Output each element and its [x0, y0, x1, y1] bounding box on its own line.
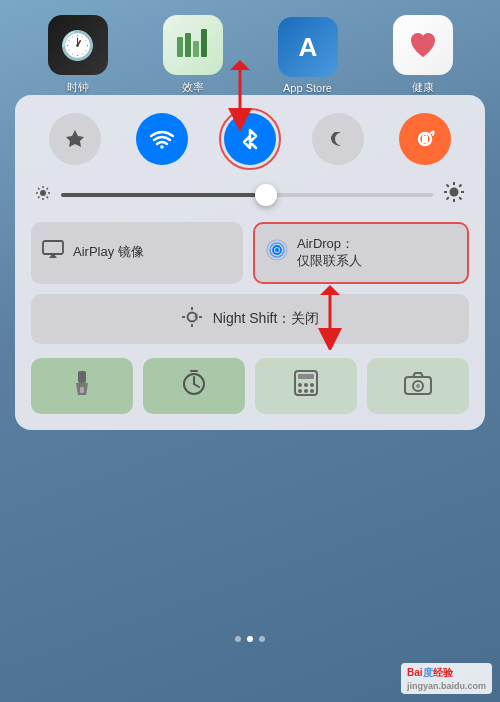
- airplay-airdrop-row: AirPlay 镜像 AirDrop：仅限联系人: [31, 222, 469, 284]
- svg-rect-1: [185, 33, 191, 57]
- control-center-panel: AirPlay 镜像 AirDrop：仅限联系人: [15, 95, 485, 430]
- svg-line-17: [38, 197, 40, 199]
- svg-point-18: [450, 188, 459, 197]
- airplay-button[interactable]: AirPlay 镜像: [31, 222, 243, 284]
- watermark-url: jingyan.baidu.com: [407, 681, 486, 691]
- health-app-icon: [393, 15, 453, 75]
- wifi-button[interactable]: [136, 113, 188, 165]
- clock-app[interactable]: 🕐 时钟: [48, 15, 108, 95]
- camera-icon: [403, 370, 433, 402]
- svg-line-15: [47, 197, 49, 199]
- appstore-app-label: App Store: [283, 82, 332, 94]
- efficiency-app-label: 效率: [182, 80, 204, 95]
- night-shift-button[interactable]: Night Shift：关闭: [31, 294, 469, 344]
- svg-point-50: [310, 389, 314, 393]
- appstore-app[interactable]: A App Store: [278, 17, 338, 94]
- svg-line-16: [47, 188, 49, 190]
- airplay-label: AirPlay 镜像: [73, 244, 144, 261]
- toggle-buttons-row: [31, 113, 469, 165]
- brightness-min-icon: [35, 185, 51, 204]
- airdrop-icon: [265, 238, 289, 267]
- svg-line-14: [38, 188, 40, 190]
- rotation-lock-button[interactable]: [399, 113, 451, 165]
- airdrop-label: AirDrop：仅限联系人: [297, 236, 362, 270]
- svg-line-41: [194, 384, 199, 387]
- health-app-label: 健康: [412, 80, 434, 95]
- svg-point-9: [40, 190, 46, 196]
- night-shift-label: Night Shift：关闭: [213, 310, 320, 328]
- airplane-mode-button[interactable]: [49, 113, 101, 165]
- night-shift-icon: [181, 306, 203, 332]
- svg-rect-0: [177, 37, 183, 57]
- svg-line-25: [459, 185, 461, 187]
- calculator-icon: [293, 369, 319, 403]
- svg-text:A: A: [298, 32, 317, 62]
- svg-rect-44: [298, 374, 314, 379]
- svg-rect-37: [78, 371, 86, 383]
- svg-rect-38: [80, 387, 84, 393]
- svg-point-45: [298, 383, 302, 387]
- watermark-text: Bai度经验: [407, 667, 453, 678]
- clock-app-label: 时钟: [67, 80, 89, 95]
- appstore-app-icon: A: [278, 17, 338, 77]
- svg-rect-27: [43, 241, 63, 254]
- svg-line-26: [447, 197, 449, 199]
- page-dot-2-active: [247, 636, 253, 642]
- svg-point-46: [304, 383, 308, 387]
- quick-toggle-row: [31, 358, 469, 414]
- svg-rect-2: [193, 41, 199, 57]
- svg-point-47: [310, 383, 314, 387]
- clock-app-icon: 🕐: [48, 15, 108, 75]
- brightness-track[interactable]: [61, 193, 433, 197]
- efficiency-app-icon: [163, 15, 223, 75]
- svg-point-48: [298, 389, 302, 393]
- health-app[interactable]: 健康: [393, 15, 453, 95]
- home-screen-icons: 🕐 时钟 效率 A App Store 健康: [0, 0, 500, 100]
- svg-point-49: [304, 389, 308, 393]
- brightness-slider-row: [31, 181, 469, 208]
- efficiency-app[interactable]: 效率: [163, 15, 223, 95]
- timer-button[interactable]: [143, 358, 245, 414]
- svg-line-23: [447, 185, 449, 187]
- brightness-thumb[interactable]: [255, 184, 277, 206]
- flashlight-button[interactable]: [31, 358, 133, 414]
- timer-icon: [180, 369, 208, 403]
- night-shift-row: Night Shift：关闭: [31, 294, 469, 344]
- camera-button[interactable]: [367, 358, 469, 414]
- page-indicator: [0, 636, 500, 642]
- page-dot-1: [235, 636, 241, 642]
- svg-rect-3: [201, 29, 207, 57]
- flashlight-icon: [70, 369, 94, 403]
- brightness-fill: [61, 193, 266, 197]
- do-not-disturb-button[interactable]: [312, 113, 364, 165]
- bluetooth-button[interactable]: [224, 113, 276, 165]
- baidu-watermark: Bai度经验 jingyan.baidu.com: [401, 663, 492, 694]
- brightness-max-icon: [443, 181, 465, 208]
- airplay-icon: [41, 240, 65, 265]
- svg-point-31: [275, 248, 279, 252]
- svg-point-5: [161, 145, 165, 149]
- calculator-button[interactable]: [255, 358, 357, 414]
- svg-line-24: [459, 197, 461, 199]
- page-dot-3: [259, 636, 265, 642]
- airdrop-button[interactable]: AirDrop：仅限联系人: [253, 222, 469, 284]
- svg-point-53: [416, 384, 420, 388]
